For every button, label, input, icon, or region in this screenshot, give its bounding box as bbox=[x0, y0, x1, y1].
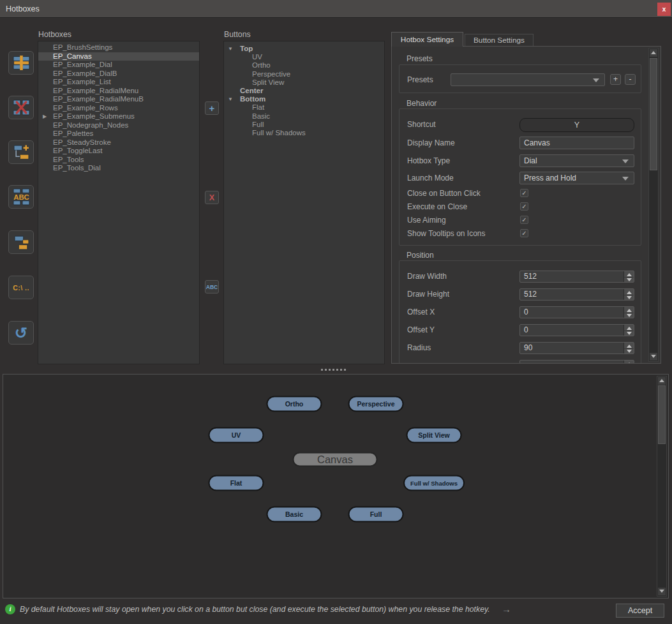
hotbox-list-item[interactable]: ▶EP_Example_Submenus bbox=[38, 112, 199, 121]
add-hotbox-button[interactable] bbox=[8, 51, 34, 75]
tree-item-row[interactable]: Full w/ Shadows bbox=[224, 129, 384, 137]
spin-up-icon[interactable] bbox=[627, 291, 632, 294]
arrange-hotboxes-button[interactable] bbox=[8, 230, 34, 254]
show-tooltips-on-icons-checkbox[interactable]: ✓ bbox=[520, 229, 528, 237]
tree-item-row[interactable]: Flat bbox=[224, 103, 384, 112]
spin-down-icon[interactable] bbox=[627, 278, 632, 281]
display-name-field[interactable]: Canvas bbox=[519, 137, 634, 149]
rename-hotbox-button[interactable]: ABC bbox=[8, 185, 34, 209]
spin-up-icon[interactable] bbox=[627, 362, 632, 364]
clipped-spinner[interactable] bbox=[519, 360, 634, 364]
spin-up-icon[interactable] bbox=[627, 309, 632, 312]
offset-y-spinner[interactable]: 0 bbox=[519, 324, 634, 336]
hotbox-type-dropdown[interactable]: Dial bbox=[519, 154, 634, 167]
hotbox-list-item[interactable]: EP_Example_Dial bbox=[38, 61, 199, 70]
tree-item-label: Split View bbox=[252, 78, 284, 87]
preset-add-button[interactable]: + bbox=[610, 74, 621, 85]
spin-down-icon[interactable] bbox=[627, 350, 632, 353]
shortcut-field[interactable]: Y bbox=[519, 118, 634, 132]
tree-item-row[interactable]: Perspective bbox=[224, 70, 384, 78]
preview-button-perspective[interactable]: Perspective bbox=[348, 396, 404, 412]
spinner-arrows[interactable] bbox=[623, 289, 634, 300]
splitter-handle[interactable] bbox=[321, 369, 346, 371]
new-child-hotbox-button[interactable] bbox=[8, 140, 34, 164]
spinner-arrows[interactable] bbox=[623, 271, 634, 282]
hotbox-list-item[interactable]: EP_Tools bbox=[38, 156, 199, 165]
tree-item-row[interactable]: Split View bbox=[224, 78, 384, 87]
close-icon[interactable]: x bbox=[657, 3, 671, 16]
reset-hotboxes-button[interactable]: ↺ bbox=[8, 321, 34, 345]
hotbox-list-item[interactable]: EP_BrushSettings bbox=[38, 43, 199, 52]
hotbox-list-item[interactable]: EP_ToggleLast bbox=[38, 147, 199, 156]
tree-group-row[interactable]: ▼Bottom bbox=[224, 95, 384, 103]
spinner-arrows[interactable] bbox=[623, 343, 634, 353]
launch-mode-dropdown[interactable]: Press and Hold bbox=[519, 172, 634, 184]
hotbox-list-item[interactable]: EP_Palettes bbox=[38, 130, 199, 138]
spin-down-icon[interactable] bbox=[627, 332, 632, 335]
hotbox-list-item[interactable]: EP_Example_Rows bbox=[38, 104, 199, 113]
scroll-up-icon[interactable] bbox=[650, 49, 657, 57]
preview-button-flat[interactable]: Flat bbox=[209, 475, 264, 491]
presets-dropdown[interactable] bbox=[451, 73, 605, 86]
spin-up-icon[interactable] bbox=[627, 327, 632, 330]
preview-scrollbar[interactable] bbox=[657, 376, 667, 597]
tree-item-row[interactable]: Full bbox=[224, 121, 384, 129]
spin-down-icon[interactable] bbox=[627, 296, 632, 299]
spinner-arrows[interactable] bbox=[623, 307, 634, 318]
radius-spinner[interactable]: 90 bbox=[519, 342, 634, 354]
hotbox-list-item[interactable]: EP_Example_DialB bbox=[38, 70, 199, 78]
hotbox-list-item[interactable]: EP_Nodegraph_Nodes bbox=[38, 121, 199, 130]
hotbox-list-item[interactable]: EP_Example_List bbox=[38, 78, 199, 87]
scroll-down-icon[interactable] bbox=[658, 588, 666, 595]
use-aiming-checkbox[interactable]: ✓ bbox=[520, 216, 528, 224]
spinner-arrows[interactable] bbox=[623, 360, 634, 364]
preview-button-full[interactable]: Full bbox=[348, 507, 404, 523]
hotbox-list-item[interactable]: EP_SteadyStroke bbox=[38, 138, 199, 147]
spin-down-icon[interactable] bbox=[627, 314, 632, 317]
tree-group-row[interactable]: ▼Top bbox=[224, 45, 384, 53]
preview-center-button[interactable]: Canvas bbox=[293, 452, 378, 467]
tree-item-row[interactable]: UV bbox=[224, 53, 384, 61]
delete-button[interactable]: X bbox=[205, 191, 219, 204]
hotbox-list-item[interactable]: EP_Example_RadialMenuB bbox=[38, 95, 199, 104]
settings-scrollbar[interactable] bbox=[648, 48, 659, 362]
tab-button-settings[interactable]: Button Settings bbox=[465, 34, 534, 47]
hotbox-list-item[interactable]: EP_Tools_Dial bbox=[38, 164, 199, 173]
tab-hotbox-settings[interactable]: Hotbox Settings bbox=[391, 32, 463, 47]
hotbox-list-item[interactable]: EP_Canvas bbox=[38, 52, 199, 61]
scroll-down-icon[interactable] bbox=[650, 353, 657, 360]
preview-scrollbar-thumb[interactable] bbox=[658, 385, 666, 444]
tree-item-row[interactable]: Ortho bbox=[224, 61, 384, 70]
tree-item-row[interactable]: Basic bbox=[224, 112, 384, 121]
spin-up-icon[interactable] bbox=[627, 345, 632, 348]
dropdown-value: Press and Hold bbox=[524, 174, 576, 182]
add-button[interactable]: + bbox=[205, 101, 219, 115]
tree-group-row[interactable]: Center bbox=[224, 87, 384, 95]
preview-button-uv[interactable]: UV bbox=[209, 427, 264, 443]
spin-up-icon[interactable] bbox=[627, 273, 632, 276]
preview-button-basic[interactable]: Basic bbox=[267, 507, 322, 523]
draw-height-spinner[interactable]: 512 bbox=[519, 288, 634, 301]
hotbox-list-item[interactable]: EP_Example_RadialMenu bbox=[38, 87, 199, 96]
offset-x-spinner[interactable]: 0 bbox=[519, 306, 634, 318]
scroll-up-icon[interactable] bbox=[658, 377, 666, 385]
expand-arrow-icon[interactable]: ▶ bbox=[43, 112, 47, 121]
new-child-hotbox-icon bbox=[13, 144, 30, 161]
spinner-arrows[interactable] bbox=[623, 325, 634, 336]
accept-button[interactable]: Accept bbox=[616, 604, 664, 618]
position-row bbox=[399, 360, 641, 364]
preview-button-full-w-shadows[interactable]: Full w/ Shadows bbox=[403, 475, 465, 491]
delete-hotbox-button[interactable] bbox=[8, 96, 34, 119]
draw-width-spinner[interactable]: 512 bbox=[519, 271, 634, 283]
execute-on-close-checkbox[interactable]: ✓ bbox=[520, 202, 528, 211]
settings-scrollbar-thumb[interactable] bbox=[650, 58, 657, 170]
rename-button[interactable]: ABC bbox=[205, 280, 219, 293]
collapse-arrow-icon[interactable]: ▼ bbox=[228, 95, 233, 103]
collapse-arrow-icon[interactable]: ▼ bbox=[228, 45, 233, 53]
preset-remove-button[interactable]: - bbox=[625, 74, 636, 85]
open-hotbox-folder-button[interactable]: C:\ .. bbox=[8, 276, 34, 299]
preview-button-ortho[interactable]: Ortho bbox=[267, 396, 322, 412]
close-on-button-click-checkbox[interactable]: ✓ bbox=[520, 189, 528, 197]
field-label: Launch Mode bbox=[407, 174, 454, 182]
preview-button-split-view[interactable]: Split View bbox=[407, 427, 462, 443]
